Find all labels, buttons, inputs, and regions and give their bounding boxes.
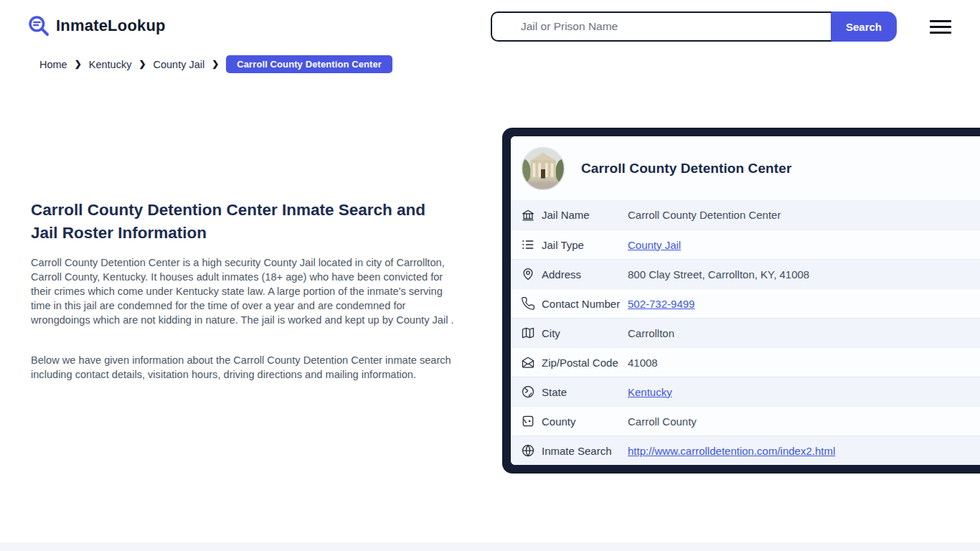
row-label: Jail Type <box>542 239 628 251</box>
envelope-icon <box>521 355 535 369</box>
jail-info-row: Jail NameCarroll County Detention Center <box>511 200 980 230</box>
row-label: Jail Name <box>542 209 628 221</box>
breadcrumb-home[interactable]: Home <box>39 59 67 70</box>
search-button[interactable]: Search <box>831 11 897 42</box>
intro-paragraph: Carroll County Detention Center is a hig… <box>31 255 456 327</box>
jail-info-table: Jail NameCarroll County Detention Center… <box>511 200 980 465</box>
row-label: Address <box>542 268 628 281</box>
jail-card-header: Carroll County Detention Center <box>511 136 980 200</box>
row-value-link[interactable]: County Jail <box>628 239 681 251</box>
globe-americas-icon <box>521 385 535 399</box>
row-value: Carroll County <box>628 415 697 428</box>
breadcrumb: Home ❯ Kentucky ❯ County Jail ❯ Carroll … <box>39 55 392 73</box>
jail-info-row: Address800 Clay Street, Carrollton, KY, … <box>511 259 980 288</box>
magnifier-logo-icon <box>27 14 50 37</box>
jail-info-row: Jail TypeCounty Jail <box>511 230 980 259</box>
list-icon <box>521 237 535 252</box>
brand-name: InmateLookup <box>56 17 166 35</box>
jail-photo <box>521 146 565 191</box>
brand-logo[interactable]: InmateLookup <box>27 14 166 37</box>
phone-icon <box>521 296 535 311</box>
row-value: 800 Clay Street, Carrollton, KY, 41008 <box>628 268 809 281</box>
jail-info-row: StateKentucky <box>511 377 980 406</box>
globe-icon <box>521 443 535 458</box>
jail-info-row: Contact Number502-732-9499 <box>511 288 980 318</box>
chevron-right-icon: ❯ <box>212 59 219 69</box>
chevron-right-icon: ❯ <box>138 59 146 69</box>
chevron-right-icon: ❯ <box>75 59 82 69</box>
info-paragraph: Below we have given information about th… <box>31 353 456 382</box>
breadcrumb-county-jail[interactable]: County Jail <box>153 59 204 70</box>
row-label: Inmate Search <box>542 445 628 457</box>
row-label: Zip/Postal Code <box>542 357 628 369</box>
row-label: State <box>542 386 628 398</box>
jail-info-card: Carroll County Detention Center Jail Nam… <box>502 128 980 474</box>
jail-card-title: Carroll County Detention Center <box>581 161 791 176</box>
row-value: 41008 <box>628 357 658 369</box>
site-search: Search <box>491 11 897 42</box>
flag-icon <box>521 414 535 428</box>
bank-icon <box>521 208 535 222</box>
jail-info-row: Zip/Postal Code41008 <box>511 347 980 377</box>
row-label: City <box>542 327 628 339</box>
row-value-link[interactable]: 502-732-9499 <box>628 298 694 310</box>
breadcrumb-kentucky[interactable]: Kentucky <box>89 59 132 70</box>
search-input[interactable] <box>491 11 832 42</box>
jail-info-row: CountyCarroll County <box>511 406 980 435</box>
row-label: County <box>542 415 628 428</box>
jail-info-row: Inmate Searchhttp://www.carrolldetention… <box>511 435 980 465</box>
jail-info-row: CityCarrollton <box>511 318 980 347</box>
map-icon <box>521 326 535 340</box>
breadcrumb-current: Carroll County Detention Center <box>226 55 392 73</box>
row-value-link[interactable]: Kentucky <box>628 386 672 398</box>
footer-strip <box>0 542 980 551</box>
menu-icon[interactable] <box>930 20 951 34</box>
row-label: Contact Number <box>542 298 628 310</box>
page-title: Carroll County Detention Center Inmate S… <box>31 199 430 245</box>
row-value: Carrollton <box>628 327 674 339</box>
row-value: Carroll County Detention Center <box>628 209 781 221</box>
map-pin-icon <box>521 267 535 281</box>
row-value-link[interactable]: http://www.carrolldetention.com/index2.h… <box>628 445 835 457</box>
